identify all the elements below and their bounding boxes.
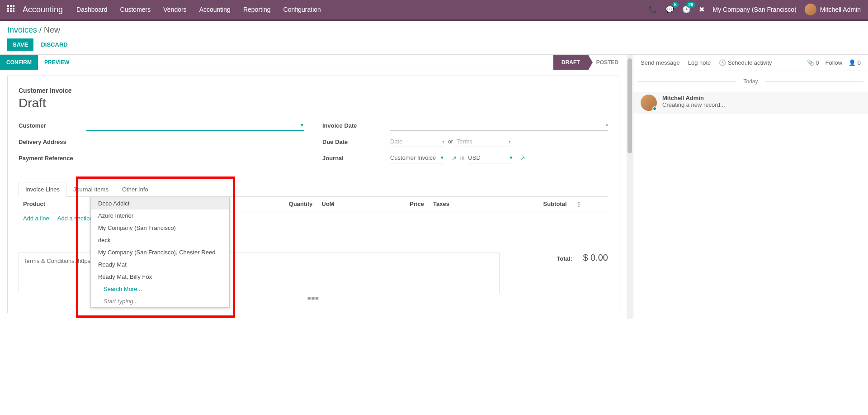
invoice-type: Customer Invoice xyxy=(19,87,608,94)
activities-icon[interactable]: 🕓26 xyxy=(682,5,691,14)
tab-invoice-lines[interactable]: Invoice Lines xyxy=(19,182,66,197)
main-menu: Dashboard Customers Vendors Accounting R… xyxy=(76,6,321,13)
total-label: Total: xyxy=(557,255,572,262)
apps-icon[interactable] xyxy=(7,5,16,14)
top-nav: Accounting Dashboard Customers Vendors A… xyxy=(0,0,868,19)
dropdown-item[interactable]: My Company (San Francisco), Chester Reed xyxy=(91,246,229,258)
follow-button[interactable]: Follow xyxy=(826,59,843,66)
label-customer: Customer xyxy=(19,122,86,129)
label-payref: Payment Reference xyxy=(19,155,86,162)
dropdown-search-more[interactable]: Search More... xyxy=(91,283,229,295)
menu-configuration[interactable]: Configuration xyxy=(283,6,321,13)
due-date-field[interactable]: Date▾ xyxy=(390,136,444,147)
date-divider: Today xyxy=(633,78,868,85)
menu-vendors[interactable]: Vendors xyxy=(163,6,186,13)
label-journal: Journal xyxy=(322,155,390,162)
chevron-down-icon: ▼ xyxy=(440,155,444,160)
breadcrumb-current: New xyxy=(44,25,60,34)
due-date-or: or xyxy=(448,138,453,145)
save-button[interactable]: SAVE xyxy=(7,38,33,51)
tab-journal-items[interactable]: Journal Items xyxy=(66,182,115,196)
online-dot xyxy=(652,106,657,111)
col-taxes[interactable]: Taxes xyxy=(429,197,491,211)
scrollbar-thumb[interactable] xyxy=(627,58,632,153)
breadcrumb: Invoices / New xyxy=(7,25,861,35)
message-text: Creating a new record... xyxy=(662,101,725,108)
totals: Total: $ 0.00 xyxy=(509,253,608,293)
col-quantity[interactable]: Quantity xyxy=(236,197,317,211)
debug-icon[interactable]: ✖ xyxy=(699,5,705,14)
user-avatar xyxy=(805,4,816,15)
dropdown-item[interactable]: My Company (San Francisco) xyxy=(91,222,229,234)
company-switcher[interactable]: My Company (San Francisco) xyxy=(713,6,797,13)
col-options-icon[interactable]: ⋮ xyxy=(571,197,608,211)
phone-icon[interactable]: 📞 xyxy=(649,5,657,14)
add-line-link[interactable]: Add a line xyxy=(23,215,49,222)
send-message-button[interactable]: Send message xyxy=(641,59,680,66)
dropdown-item[interactable]: Ready Mat xyxy=(91,258,229,271)
status-posted[interactable]: POSTED xyxy=(588,55,627,70)
clock-icon: 🕓 xyxy=(719,59,728,66)
journal-field[interactable]: Customer Invoice▼ xyxy=(390,153,444,163)
followers-button[interactable]: 👤 0 xyxy=(849,59,861,66)
invoice-date-field[interactable]: ▾ xyxy=(390,120,608,131)
message-author[interactable]: Mitchell Admin xyxy=(662,95,725,101)
chevron-down-icon: ▼ xyxy=(509,155,513,160)
confirm-button[interactable]: CONFIRM xyxy=(0,55,38,70)
chevron-down-icon: ▼ xyxy=(300,123,304,128)
message-item: Mitchell Admin Creating a new record... xyxy=(633,92,868,114)
invoice-title: Draft xyxy=(19,96,608,110)
external-link-icon[interactable]: ↗ xyxy=(520,155,525,162)
message-avatar xyxy=(641,95,657,111)
app-brand[interactable]: Accounting xyxy=(23,5,63,14)
messages-badge: 5 xyxy=(672,2,679,8)
user-name: Mitchell Admin xyxy=(820,6,861,13)
status-bar: CONFIRM PREVIEW DRAFT POSTED xyxy=(0,55,627,70)
dropdown-start-typing: Start typing... xyxy=(91,295,229,307)
tab-other-info[interactable]: Other Info xyxy=(115,182,155,196)
scrollbar[interactable] xyxy=(627,55,633,319)
log-note-button[interactable]: Log note xyxy=(688,59,711,66)
col-product[interactable]: Product xyxy=(19,197,95,211)
currency-field[interactable]: USD▼ xyxy=(468,153,513,163)
customer-dropdown: Deco Addict Azure Interior My Company (S… xyxy=(90,197,230,308)
breadcrumb-sep: / xyxy=(39,25,44,34)
customer-field[interactable]: ▼ xyxy=(86,120,304,131)
menu-customers[interactable]: Customers xyxy=(120,6,151,13)
total-amount: $ 0.00 xyxy=(583,253,608,262)
attachments-button[interactable]: 📎 0 xyxy=(807,59,819,66)
col-price[interactable]: Price xyxy=(371,197,429,211)
control-panel: Invoices / New SAVE DISCARD xyxy=(0,21,868,51)
dropdown-item[interactable]: deck xyxy=(91,234,229,246)
menu-accounting[interactable]: Accounting xyxy=(199,6,231,13)
chevron-down-icon: ▾ xyxy=(442,139,444,144)
dropdown-item[interactable]: Ready Mat, Billy Fox xyxy=(91,271,229,283)
activities-badge: 26 xyxy=(686,2,695,8)
status-draft[interactable]: DRAFT xyxy=(553,55,588,70)
dropdown-item[interactable]: Deco Addict xyxy=(91,197,229,210)
add-section-link[interactable]: Add a section xyxy=(57,215,93,222)
payment-terms-field[interactable]: Terms▾ xyxy=(457,136,511,147)
journal-in: in xyxy=(460,155,464,161)
breadcrumb-root[interactable]: Invoices xyxy=(7,25,37,34)
user-menu[interactable]: Mitchell Admin xyxy=(805,4,861,15)
menu-dashboard[interactable]: Dashboard xyxy=(76,6,108,13)
paperclip-icon: 📎 xyxy=(807,59,814,66)
col-uom[interactable]: UoM xyxy=(317,197,371,211)
external-link-icon[interactable]: ↗ xyxy=(452,155,457,162)
chatter-panel: Send message Log note 🕓 Schedule activit… xyxy=(633,55,868,319)
label-due-date: Due Date xyxy=(322,138,390,145)
preview-button[interactable]: PREVIEW xyxy=(38,55,75,70)
schedule-activity-button[interactable]: 🕓 Schedule activity xyxy=(719,59,772,66)
label-delivery: Delivery Address xyxy=(19,138,86,145)
messages-icon[interactable]: 💬5 xyxy=(665,5,674,14)
tabs: Invoice Lines Journal Items Other Info xyxy=(19,182,608,197)
user-icon: 👤 xyxy=(849,59,856,66)
menu-reporting[interactable]: Reporting xyxy=(243,6,271,13)
discard-button[interactable]: DISCARD xyxy=(41,41,67,48)
dropdown-item[interactable]: Azure Interior xyxy=(91,210,229,222)
chevron-down-icon: ▾ xyxy=(509,139,511,144)
label-invoice-date: Invoice Date xyxy=(322,122,390,129)
col-subtotal[interactable]: Subtotal xyxy=(491,197,571,211)
chevron-down-icon: ▾ xyxy=(606,123,608,128)
